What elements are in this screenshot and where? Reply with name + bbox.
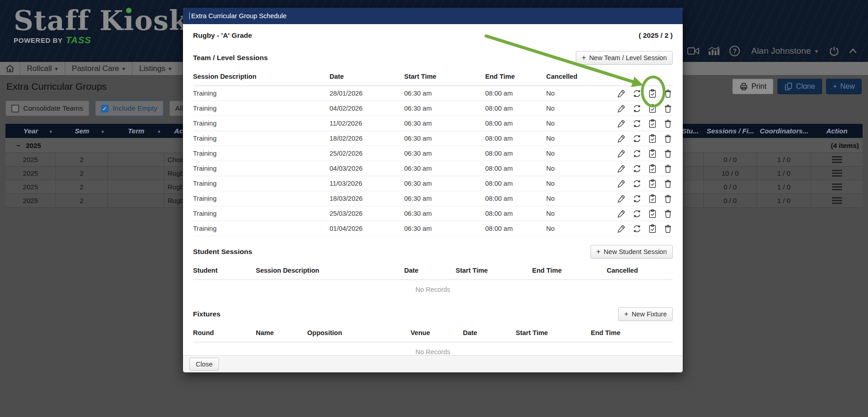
- modal-footer: Close: [183, 355, 683, 372]
- group-period: ( 2025 / 2 ): [639, 31, 673, 41]
- session-cancelled: No: [546, 120, 597, 127]
- cell-sem: 2: [56, 153, 108, 166]
- session-cancelled: No: [546, 135, 597, 142]
- edit-icon[interactable]: [616, 193, 626, 203]
- new-fixture-button[interactable]: + New Fixture: [618, 307, 673, 321]
- group-item-count: (4 items): [831, 142, 859, 149]
- team-session-rows: Training 28/01/2026 06:30 am 08:00 am No: [193, 86, 673, 236]
- row-menu-icon[interactable]: [832, 156, 842, 163]
- power-icon[interactable]: [828, 46, 840, 57]
- recurrence-icon[interactable]: [632, 163, 642, 173]
- page-toolbar: Print Clone + New: [732, 79, 862, 94]
- close-button[interactable]: Close: [189, 358, 219, 371]
- recurrence-icon[interactable]: [632, 178, 642, 188]
- extra-curricular-schedule-modal: Extra Curricular Group Schedule Rugby - …: [183, 8, 683, 372]
- user-menu[interactable]: Alan Johnstone ▾: [748, 46, 821, 56]
- recurrence-icon[interactable]: [632, 193, 642, 203]
- edit-icon[interactable]: [616, 208, 626, 219]
- recurrence-icon[interactable]: [632, 118, 642, 128]
- edit-icon[interactable]: [616, 118, 626, 128]
- delete-icon[interactable]: [663, 88, 673, 98]
- analytics-icon[interactable]: [707, 46, 721, 56]
- edit-icon[interactable]: [616, 103, 626, 113]
- rollcall-clipboard-icon[interactable]: [647, 88, 657, 98]
- delete-icon[interactable]: [663, 208, 673, 219]
- session-start-time: 06:30 am: [404, 135, 485, 142]
- student-sessions-empty-message: No Records: [193, 280, 673, 300]
- recurrence-icon[interactable]: [632, 88, 642, 98]
- session-description: Training: [193, 210, 330, 217]
- new-group-button[interactable]: + New: [826, 79, 862, 94]
- collapse-header-chevron-icon[interactable]: [848, 46, 858, 56]
- recurrence-icon[interactable]: [632, 148, 642, 158]
- recurrence-icon[interactable]: [632, 208, 642, 219]
- cell-action: [811, 167, 863, 180]
- sort-asc-icon: ▲: [49, 129, 53, 133]
- recurrence-icon[interactable]: [632, 224, 642, 234]
- rollcall-clipboard-icon[interactable]: [647, 193, 657, 203]
- edit-icon[interactable]: [616, 178, 626, 188]
- col-cancelled: Cancelled: [546, 73, 597, 80]
- consolidate-teams-toggle[interactable]: Consolidate Teams: [5, 101, 89, 116]
- print-button[interactable]: Print: [732, 79, 773, 94]
- column-header-sem[interactable]: Sem▲: [56, 124, 108, 138]
- delete-icon[interactable]: [663, 133, 673, 143]
- video-camera-icon[interactable]: [687, 46, 700, 56]
- nav-item[interactable]: Rollcall ▾: [20, 62, 65, 75]
- help-icon[interactable]: ?: [729, 45, 741, 57]
- column-header-sessions[interactable]: Sessions / Fi...: [704, 124, 757, 138]
- session-date: 01/04/2026: [330, 225, 404, 232]
- header-right-controls: 0 ? Alan Johnstone ▾: [659, 43, 858, 59]
- rollcall-clipboard-icon[interactable]: [647, 118, 657, 128]
- delete-icon[interactable]: [663, 224, 673, 234]
- delete-icon[interactable]: [663, 193, 673, 203]
- home-nav-item[interactable]: [0, 62, 20, 75]
- rollcall-clipboard-icon[interactable]: [647, 208, 657, 219]
- clone-button[interactable]: Clone: [777, 79, 822, 94]
- row-menu-icon[interactable]: [832, 183, 842, 190]
- fixtures-header-row: Round Name Opposition Venue Date Start T…: [193, 325, 673, 342]
- caret-down-icon: ▾: [122, 66, 125, 72]
- recurrence-icon[interactable]: [632, 103, 642, 113]
- session-date: 04/02/2026: [330, 105, 404, 112]
- edit-icon[interactable]: [616, 148, 626, 158]
- home-icon: [5, 64, 15, 73]
- column-header-term[interactable]: Term▲: [108, 124, 164, 138]
- nav-item[interactable]: Pastoral Care ▾: [65, 62, 132, 75]
- edit-icon[interactable]: [616, 224, 626, 234]
- include-empty-toggle[interactable]: ✓ Include Empty: [95, 101, 163, 116]
- collapse-group-icon[interactable]: −: [16, 142, 20, 149]
- rollcall-clipboard-icon[interactable]: [647, 178, 657, 188]
- rollcall-clipboard-icon[interactable]: [647, 224, 657, 234]
- delete-icon[interactable]: [663, 103, 673, 113]
- delete-icon[interactable]: [663, 163, 673, 173]
- delete-icon[interactable]: [663, 118, 673, 128]
- session-description: Training: [193, 105, 330, 112]
- filter-buttons: Consolidate Teams ✓ Include Empty All Bu…: [5, 101, 208, 116]
- cell-term: [108, 153, 164, 166]
- nav-item[interactable]: Listings ▾: [132, 62, 179, 75]
- cell-sem: 2: [56, 194, 108, 207]
- row-menu-icon[interactable]: [832, 170, 842, 177]
- user-name: Alan Johnstone: [751, 46, 811, 56]
- rollcall-clipboard-icon[interactable]: [647, 103, 657, 113]
- row-menu-icon[interactable]: [832, 197, 842, 204]
- rollcall-clipboard-icon[interactable]: [647, 148, 657, 158]
- session-start-time: 06:30 am: [404, 210, 485, 217]
- edit-icon[interactable]: [616, 133, 626, 143]
- team-sessions-heading: Team / Level Sessions: [193, 54, 268, 62]
- delete-icon[interactable]: [663, 178, 673, 188]
- new-team-level-session-button[interactable]: + New Team / Level Session: [576, 51, 673, 65]
- column-header-year[interactable]: Year▲: [5, 124, 56, 138]
- session-end-time: 08:00 am: [485, 150, 546, 157]
- new-student-session-button[interactable]: + New Student Session: [590, 245, 673, 259]
- column-header-coordinators[interactable]: Coordinators...: [757, 124, 811, 138]
- rollcall-clipboard-icon[interactable]: [647, 133, 657, 143]
- session-cancelled: No: [546, 105, 597, 112]
- delete-icon[interactable]: [663, 148, 673, 158]
- recurrence-icon[interactable]: [632, 133, 642, 143]
- edit-icon[interactable]: [616, 88, 626, 98]
- cell-term: [108, 167, 164, 180]
- rollcall-clipboard-icon[interactable]: [647, 163, 657, 173]
- edit-icon[interactable]: [616, 163, 626, 173]
